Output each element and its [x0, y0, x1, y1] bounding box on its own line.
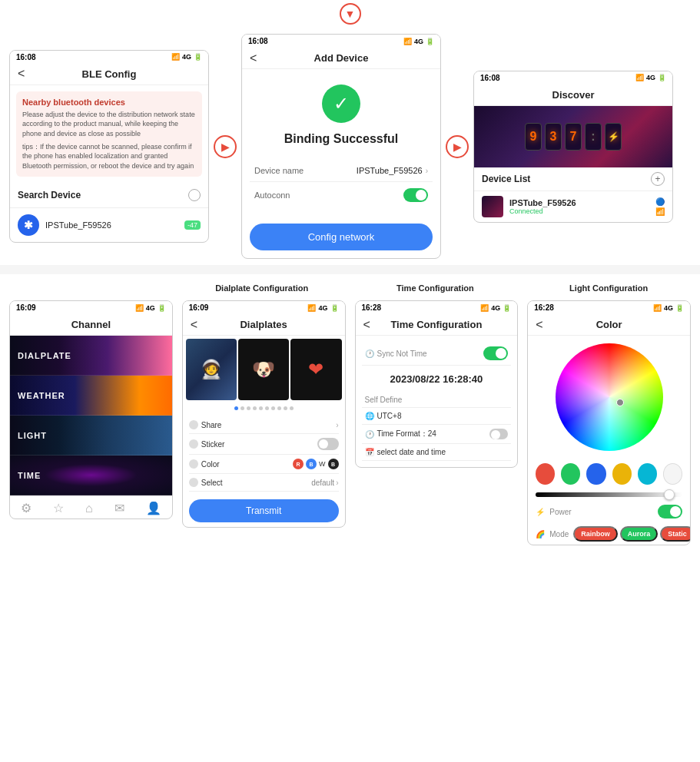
time-config-back[interactable]: <	[363, 318, 370, 332]
swatch-white[interactable]	[663, 463, 682, 485]
network-1: 4G	[182, 53, 191, 61]
status-right-1: 📶 4G 🔋	[171, 53, 202, 61]
config-network-button[interactable]: Config network	[250, 224, 433, 250]
nixie-3: 7	[565, 123, 582, 151]
dialplate-thumb-2[interactable]: 🐶	[238, 339, 289, 400]
dot-6	[265, 406, 269, 410]
autoconn-label: Autoconn	[254, 190, 290, 200]
ble-notice: Nearby bluetooth devices Please adjust t…	[16, 91, 202, 177]
time-format-toggle[interactable]	[489, 429, 508, 439]
autoconn-row[interactable]: Autoconn	[250, 182, 433, 208]
status-right-2: 📶 4G 🔋	[403, 38, 434, 45]
swatch-black[interactable]: B	[328, 459, 339, 469]
light-col-label: Light Configuration	[523, 280, 694, 296]
color-row[interactable]: Color R B W B	[189, 455, 339, 474]
color-swatches-row	[528, 459, 690, 489]
sticker-toggle[interactable]	[317, 438, 339, 450]
add-device-header: < Add Device	[242, 48, 440, 69]
self-define-label: Self Define	[365, 396, 403, 404]
search-circle	[188, 189, 201, 201]
time-format-row[interactable]: 🕐 Time Format：24	[362, 425, 512, 444]
phone-discover: 16:08 📶 4G 🔋 Discover 9 3 7 : ⚡	[473, 71, 673, 223]
swatch-red[interactable]	[536, 463, 555, 485]
bluetooth-signal-icon: 🔵	[655, 197, 665, 206]
swatch-b[interactable]: B	[306, 459, 317, 469]
transmit-button[interactable]: Transmit	[189, 499, 339, 522]
device-name-row[interactable]: Device name IPSTube_F59526 ›	[250, 160, 433, 182]
sync-row[interactable]: 🕐 Sync Not Time	[362, 342, 512, 366]
sync-toggle[interactable]	[483, 346, 508, 360]
dialplates-back[interactable]: <	[191, 318, 197, 332]
channel-item-time[interactable]: TIME	[10, 456, 172, 495]
status-bar-tc: 16:28 📶 4G 🔋	[356, 301, 518, 314]
nixie-tubes: 9 3 7 : ⚡	[525, 123, 622, 151]
dialplate-thumb-1[interactable]: 🧑‍🚀	[186, 339, 237, 400]
sticker-label: Sticker	[189, 439, 225, 449]
ble-back-arrow[interactable]: <	[18, 67, 25, 81]
power-toggle[interactable]	[658, 505, 682, 518]
status-right-tc: 📶 4G 🔋	[480, 304, 511, 312]
swatch-r[interactable]: R	[293, 459, 304, 469]
arrow-1: ▶	[214, 135, 237, 158]
nav-icon-settings[interactable]: ⚙	[21, 501, 32, 515]
self-define-row[interactable]: Self Define	[362, 393, 512, 408]
channel-label-light: LIGHT	[18, 431, 47, 440]
dialplate-thumb-3[interactable]: ❤	[290, 339, 341, 400]
swatch-blue[interactable]	[586, 463, 605, 485]
connected-device-row[interactable]: IPSTube_F59526 Connected 🔵 📶	[474, 191, 672, 222]
nav-icon-chat[interactable]: ✉	[114, 501, 124, 515]
channel-item-weather[interactable]: WEATHER	[10, 376, 172, 416]
select-row[interactable]: Select default ›	[189, 474, 339, 492]
swatch-green[interactable]	[561, 463, 580, 485]
mode-static-button[interactable]: Static	[660, 526, 691, 542]
time-col-label: Time Configuration	[350, 280, 521, 296]
section-divider	[0, 265, 700, 274]
brightness-slider[interactable]	[536, 492, 682, 497]
light-config-back[interactable]: <	[536, 318, 542, 332]
color-label: Color	[189, 459, 220, 469]
search-device-row[interactable]: Search Device	[10, 183, 208, 208]
select-date-row[interactable]: 📅 select date and time	[362, 444, 512, 461]
device-list-item-1[interactable]: ✱ IPSTube_F59526 -47	[10, 208, 208, 242]
wifi-icon: 📶	[655, 207, 665, 216]
discover-title: Discover	[552, 89, 595, 101]
phone-ble-config: 16:08 📶 4G 🔋 < BLE Config Nearby bluetoo…	[9, 50, 209, 244]
status-bar-lc: 16:28 📶 4G 🔋	[528, 301, 690, 314]
ble-title: BLE Config	[82, 68, 137, 80]
bottom-phones-row: 16:09 📶 4G 🔋 Channel DIALPLATE WEATHER	[6, 300, 694, 545]
time-display: 2023/08/22 16:28:40	[362, 366, 512, 393]
dialplates-grid: 🧑‍🚀 🐶 ❤	[183, 336, 345, 403]
swatch-cyan[interactable]	[638, 463, 657, 485]
dot-8	[277, 406, 281, 410]
bottom-section: Dialplate Configuration Time Configurati…	[0, 274, 700, 552]
utc-row[interactable]: 🌐 UTC+8	[362, 408, 512, 425]
autoconn-toggle[interactable]	[403, 188, 428, 202]
device-list-header: Device List +	[474, 167, 672, 191]
share-row[interactable]: Share ›	[189, 416, 339, 434]
swatch-yellow[interactable]	[612, 463, 632, 485]
chevron-right-icon: ›	[426, 167, 428, 175]
dot-3	[247, 406, 250, 410]
channel-item-dialplate[interactable]: DIALPLATE	[10, 336, 172, 376]
add-device-icon[interactable]: +	[651, 172, 665, 186]
discover-image: 9 3 7 : ⚡	[474, 106, 672, 167]
dialplate-options: Share › Sticker Color	[183, 413, 345, 495]
channel-item-light[interactable]: LIGHT	[10, 416, 172, 456]
ble-header: < BLE Config	[10, 64, 208, 85]
brightness-handle[interactable]	[664, 489, 675, 500]
sticker-row[interactable]: Sticker	[189, 434, 339, 455]
nav-icon-home[interactable]: ⌂	[85, 502, 93, 515]
status-right-lc: 📶 4G 🔋	[653, 304, 684, 312]
ble-notice-title: Nearby bluetooth devices	[22, 98, 196, 107]
time-format-label: Time Format：24	[377, 429, 487, 439]
color-wheel[interactable]	[556, 343, 663, 451]
nixie-4: :	[585, 123, 602, 151]
select-icon	[189, 478, 198, 487]
mode-aurora-button[interactable]: Aurora	[620, 526, 659, 542]
mode-rainbow-button[interactable]: Rainbow	[573, 526, 618, 542]
nav-icon-profile[interactable]: 👤	[146, 501, 161, 515]
nav-icon-star[interactable]: ☆	[53, 501, 64, 515]
channel-label-dialplate: DIALPLATE	[18, 351, 71, 360]
add-device-back[interactable]: <	[250, 51, 257, 65]
time-1: 16:08	[16, 53, 36, 61]
